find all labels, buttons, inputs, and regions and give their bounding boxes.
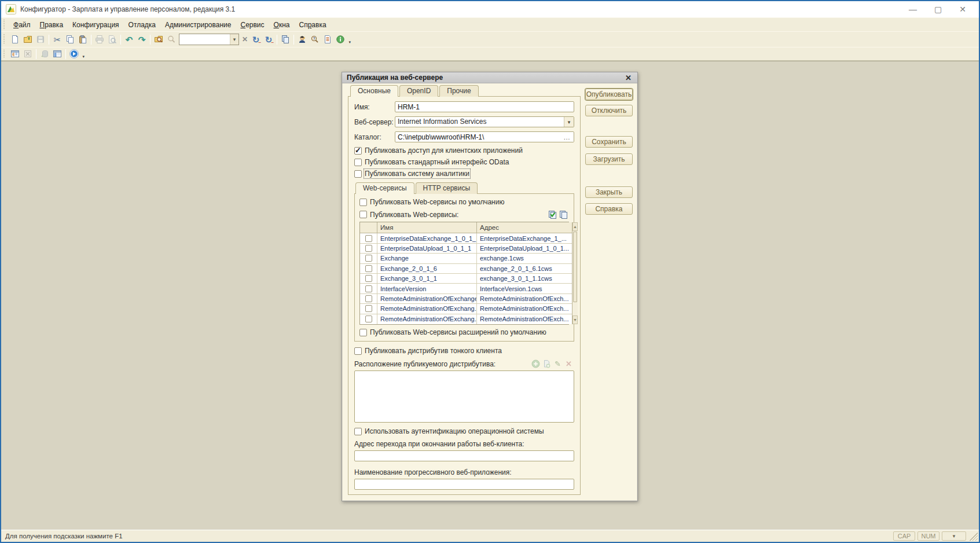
dialog-close-icon[interactable]: ✕	[624, 74, 633, 82]
pwa-name-input[interactable]	[354, 479, 574, 490]
checkbox-ws-list[interactable]: Публиковать Web-сервисы:	[359, 211, 547, 219]
row-checkbox[interactable]	[365, 255, 372, 262]
row-checkbox[interactable]	[365, 315, 372, 322]
new-document-icon[interactable]	[9, 34, 21, 46]
toolbar-grip[interactable]	[3, 34, 8, 45]
search-input[interactable]	[179, 35, 230, 44]
checkbox-analytics[interactable]: Публиковать систему аналитики	[354, 170, 574, 178]
config-assistant-icon[interactable]	[296, 34, 309, 46]
checkbox-ws-default[interactable]: Публиковать Web-сервисы по умолчанию	[359, 198, 569, 206]
resize-grip[interactable]	[968, 531, 978, 541]
checkbox-os-auth-box[interactable]	[354, 428, 362, 435]
syntax-check-modules-icon[interactable]: ↻~	[262, 34, 275, 46]
close-window-icon[interactable]	[21, 48, 34, 60]
save-button[interactable]: Сохранить	[585, 136, 633, 148]
checkbox-ws-ext-default-box[interactable]	[359, 329, 367, 336]
tab-http-services[interactable]: HTTP сервисы	[416, 182, 478, 194]
menu-edit[interactable]: Правка	[35, 19, 68, 31]
start-debugging-icon[interactable]: ▾	[68, 48, 80, 60]
search-dropdown-icon[interactable]: ▾	[230, 34, 238, 45]
cut-icon[interactable]: ✂	[51, 34, 64, 46]
table-row[interactable]: EnterpriseDataUpload_1_0_1_1EnterpriseDa…	[360, 244, 572, 254]
toolbar2-grip[interactable]	[3, 50, 8, 58]
row-checkbox[interactable]	[365, 285, 372, 292]
minimize-button[interactable]: —	[909, 5, 917, 13]
name-input[interactable]	[395, 101, 574, 112]
help-search-icon[interactable]: ?	[309, 34, 321, 46]
table-row[interactable]: EnterpriseDataExchange_1_0_1_EnterpriseD…	[360, 233, 572, 243]
menu-service[interactable]: Сервис	[236, 19, 269, 31]
tab-openid[interactable]: OpenID	[399, 85, 438, 97]
add-file-icon[interactable]	[541, 359, 552, 369]
save-icon[interactable]	[34, 34, 47, 46]
tab-web-services[interactable]: Web-сервисы	[355, 182, 414, 194]
row-checkbox[interactable]	[365, 295, 372, 302]
tab-other[interactable]: Прочие	[439, 85, 478, 97]
checkbox-analytics-box[interactable]	[354, 170, 362, 178]
undo-icon[interactable]: ↶	[123, 34, 135, 46]
row-checkbox[interactable]	[365, 305, 372, 312]
paste-icon[interactable]	[76, 34, 89, 46]
uncheck-all-icon[interactable]	[558, 210, 569, 219]
load-button[interactable]: Загрузить	[585, 153, 633, 165]
copy-to-clipboard-icon[interactable]	[279, 34, 292, 46]
table-scrollbar[interactable]: ▲ ▼	[572, 222, 578, 324]
table-row[interactable]: Exchange_2_0_1_6exchange_2_0_1_6.1cws	[360, 264, 572, 274]
column-name[interactable]: Имя	[377, 222, 477, 233]
info-icon[interactable]: ▾	[334, 34, 347, 46]
directory-input[interactable]	[395, 132, 562, 142]
webserver-select[interactable]: Internet Information Services ▾	[395, 116, 574, 127]
menu-debug[interactable]: Отладка	[124, 19, 160, 31]
copy-icon[interactable]	[64, 34, 76, 46]
database-config-icon[interactable]	[38, 48, 51, 60]
column-address[interactable]: Адрес	[477, 222, 572, 233]
delete-icon[interactable]: ✕	[563, 359, 574, 369]
menu-administration[interactable]: Администрирование	[160, 19, 236, 31]
open-icon[interactable]	[21, 34, 34, 46]
close-button[interactable]: ✕	[959, 5, 966, 13]
menu-configuration[interactable]: Конфигурация	[68, 19, 124, 31]
checkbox-ws-default-box[interactable]	[359, 199, 367, 206]
publish-button[interactable]: Опубликовать	[585, 89, 633, 100]
table-row[interactable]: RemoteAdministrationOfExchang...RemoteAd…	[360, 314, 572, 324]
table-row[interactable]: InterfaceVersionInterfaceVersion.1cws	[360, 284, 572, 293]
dialog-title-bar[interactable]: Публикация на веб-сервере ✕	[342, 72, 637, 83]
row-checkbox[interactable]	[365, 265, 372, 272]
print-preview-icon[interactable]	[106, 34, 119, 46]
find-in-files-icon[interactable]	[152, 34, 165, 46]
menu-help[interactable]: Справка	[294, 19, 331, 31]
checkbox-thin-client-distrib-box[interactable]	[354, 347, 362, 355]
row-checkbox[interactable]	[365, 275, 372, 282]
print-icon[interactable]	[93, 34, 106, 46]
help-button[interactable]: Справка	[585, 203, 633, 215]
add-icon[interactable]	[530, 359, 541, 369]
zoom-icon[interactable]	[165, 34, 178, 46]
row-checkbox[interactable]	[365, 235, 372, 242]
checkbox-odata-box[interactable]	[354, 159, 362, 166]
table-row[interactable]: Exchangeexchange.1cws	[360, 254, 572, 263]
checkbox-ws-ext-default[interactable]: Публиковать Web-сервисы расширений по ум…	[359, 328, 569, 336]
redo-icon[interactable]: ↷	[135, 34, 148, 46]
table-row[interactable]: RemoteAdministrationOfExchangeRemoteAdmi…	[360, 294, 572, 304]
clear-search-icon[interactable]: ✕	[240, 34, 249, 46]
exit-url-input[interactable]	[354, 450, 574, 461]
tab-main[interactable]: Основные	[350, 85, 398, 97]
distrib-location-list[interactable]	[354, 370, 574, 423]
check-all-icon[interactable]	[547, 210, 558, 219]
status-dropdown-icon[interactable]: ▾	[942, 531, 966, 541]
browse-directory-button[interactable]: ...	[562, 132, 574, 142]
exchange-plans-icon[interactable]	[51, 48, 64, 60]
checkbox-odata[interactable]: Публиковать стандартный интерфейс OData	[354, 158, 574, 166]
edit-icon[interactable]: ✎	[552, 359, 563, 369]
disconnect-button[interactable]: Отключить	[585, 105, 633, 116]
scrollbar-thumb[interactable]	[573, 232, 577, 302]
table-row[interactable]: Exchange_3_0_1_1exchange_3_0_1_1.1cws	[360, 274, 572, 284]
menubar-grip[interactable]	[3, 20, 8, 30]
checkbox-thin-client-distrib[interactable]: Публиковать дистрибутив тонкого клиента	[354, 347, 574, 355]
help-contents-icon[interactable]	[321, 34, 334, 46]
menu-windows[interactable]: Окна	[269, 19, 295, 31]
scroll-up-icon[interactable]: ▲	[572, 222, 578, 231]
webserver-dropdown-icon[interactable]: ▾	[564, 117, 574, 127]
table-row[interactable]: RemoteAdministrationOfExchang...RemoteAd…	[360, 304, 572, 314]
close-dialog-button[interactable]: Закрыть	[585, 186, 633, 198]
